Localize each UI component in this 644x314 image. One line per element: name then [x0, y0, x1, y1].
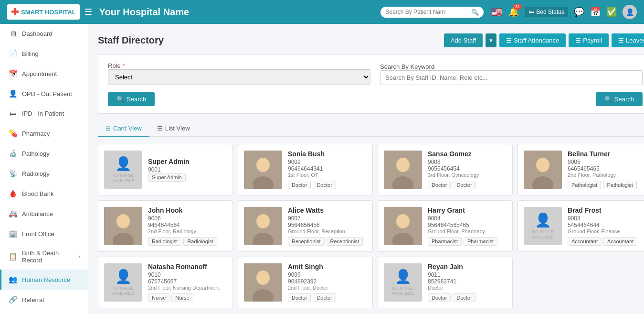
- no-image-text: NO IMAGEAVAILABLE: [112, 286, 134, 296]
- staff-card[interactable]: 👤 NO IMAGEAVAILABLE Reyan Jain9011852963…: [378, 257, 513, 308]
- sidebar-label-radiology: Radiology: [22, 170, 50, 177]
- whatsapp-icon[interactable]: 💬: [574, 7, 584, 17]
- staff-badges: Super Admin: [148, 173, 227, 182]
- staff-id: 9009: [288, 271, 367, 278]
- page-header: Staff Directory Add Staff ▾ ☰ Staff Atte…: [98, 33, 644, 47]
- payroll-button[interactable]: ☰ Payroll: [569, 33, 609, 47]
- global-search-input[interactable]: [385, 9, 471, 15]
- staff-floor: 2nd Floor, Radiology: [148, 228, 227, 234]
- staff-card[interactable]: Alice Watts90079564656456Ground Floor, R…: [238, 200, 373, 252]
- bed-status-button[interactable]: 🛏 Bed Status: [525, 7, 568, 17]
- logo[interactable]: ✚ SMART HOSPITAL: [7, 4, 80, 20]
- sidebar-item-appointment[interactable]: 📅 Appointment: [0, 64, 88, 84]
- person-placeholder-icon: 👤: [535, 212, 551, 228]
- staff-floor: 2nd Floor, Doctor: [288, 285, 367, 291]
- staff-photo: [244, 207, 282, 245]
- sidebar-item-pathology[interactable]: 🔬 Pathology: [0, 143, 88, 163]
- role-select[interactable]: Select: [108, 69, 370, 85]
- sidebar-item-human-resource[interactable]: 👥 Human Resource: [0, 270, 88, 290]
- staff-card[interactable]: Harry Grant90049564644565465Ground Floor…: [378, 200, 513, 252]
- no-image-placeholder: 👤 NO IMAGEAVAILABLE: [104, 151, 142, 189]
- sidebar-label-pharmacy: Pharmacy: [22, 130, 50, 137]
- staff-badges: DoctorDoctor: [288, 293, 367, 302]
- radiology-icon: 📡: [9, 169, 17, 178]
- staff-name: John Hook: [148, 206, 227, 214]
- sidebar: 🖥 Dashboard 📄 Billing 📅 Appointment 👤 OP…: [0, 24, 88, 314]
- search-right-button[interactable]: 🔍 Search: [596, 92, 643, 106]
- no-image-text: NO IMAGEAVAILABLE: [391, 286, 414, 296]
- staff-card[interactable]: Sonia Bush9002964646443411st Floor, OTDo…: [238, 144, 373, 195]
- global-search-icon[interactable]: 🔍: [471, 9, 479, 16]
- svg-point-19: [256, 271, 270, 285]
- staff-badges: NurseNurse: [148, 293, 227, 302]
- page-title: Staff Directory: [98, 35, 164, 46]
- tab-list-view[interactable]: ☰ List View: [149, 121, 198, 137]
- sidebar-item-dashboard[interactable]: 🖥 Dashboard: [0, 24, 88, 43]
- language-flag-icon[interactable]: 🇺🇸: [491, 6, 503, 18]
- staff-id: 9005: [568, 159, 644, 165]
- staff-id: 9010: [148, 271, 227, 278]
- staff-phone: 904892392: [288, 278, 367, 285]
- add-staff-dropdown-button[interactable]: ▾: [486, 33, 496, 47]
- nav-icons-group: 🇺🇸 🔔 31 🛏 Bed Status 💬 📅 ✅ 👤: [491, 5, 637, 19]
- keyword-input[interactable]: [380, 70, 643, 85]
- staff-id: 9011: [428, 271, 507, 278]
- staff-card[interactable]: Amit Singh90099048923922nd Floor, Doctor…: [238, 257, 373, 308]
- staff-card[interactable]: 👤 NO IMAGEAVAILABLE Super Admin9001Super…: [98, 144, 233, 195]
- user-avatar[interactable]: 👤: [623, 5, 637, 19]
- notification-bell-icon[interactable]: 🔔 31: [508, 7, 519, 17]
- menu-toggle-icon[interactable]: ☰: [84, 7, 92, 17]
- tasks-icon[interactable]: ✅: [606, 7, 617, 17]
- search-right-icon: 🔍: [604, 96, 612, 103]
- role-badge: Doctor: [453, 181, 475, 189]
- view-tabs: ⊞ Card View ☰ List View: [98, 121, 644, 137]
- human-resource-icon: 👥: [9, 275, 17, 284]
- role-badge: Radiologist: [183, 237, 217, 246]
- sidebar-item-radiology[interactable]: 📡 Radiology: [0, 163, 88, 184]
- sidebar-item-blood-bank[interactable]: 🩸 Blood Bank: [0, 184, 88, 204]
- calendar-icon[interactable]: 📅: [590, 7, 601, 17]
- staff-info: Natasha Romanoff90106767456672nd Floor, …: [148, 263, 227, 302]
- staff-badges: AccountantAccountant: [568, 237, 644, 246]
- tab-card-view[interactable]: ⊞ Card View: [98, 121, 149, 137]
- list-icon: ☰: [506, 37, 512, 44]
- sidebar-item-pharmacy[interactable]: 💊 Pharmacy: [0, 123, 88, 143]
- staff-card[interactable]: 👤 NO IMAGEAVAILABLE Brad Frost9003545446…: [517, 200, 644, 252]
- staff-photo: [384, 207, 422, 245]
- staff-floor: Doctor: [428, 285, 507, 291]
- pathology-icon: 🔬: [9, 149, 17, 158]
- staff-phone: 676745667: [148, 278, 227, 285]
- staff-name: Belina Turner: [568, 150, 644, 158]
- sidebar-item-opd[interactable]: 👤 OPD - Out Patient: [0, 84, 88, 104]
- leaves-button[interactable]: ☰ Leaves: [612, 33, 644, 47]
- bed-status-icon: 🛏: [528, 9, 534, 15]
- role-badge: Receptionist: [327, 237, 363, 246]
- main-content: Staff Directory Add Staff ▾ ☰ Staff Atte…: [88, 24, 644, 314]
- pharmacy-icon: 💊: [9, 129, 17, 138]
- sidebar-item-ambulance[interactable]: 🚑 Ambulance: [0, 204, 88, 224]
- search-left-button[interactable]: 🔍 Search: [108, 92, 155, 106]
- staff-info: Sonia Bush9002964646443411st Floor, OTDo…: [288, 150, 367, 189]
- sidebar-item-birth-death[interactable]: 📋 Birth & Death Record ›: [0, 244, 88, 270]
- sidebar-label-billing: Billing: [22, 50, 39, 57]
- staff-card[interactable]: John Hook900694646445642nd Floor, Radiol…: [98, 200, 233, 252]
- search-left-icon: 🔍: [116, 96, 124, 103]
- staff-attendance-button[interactable]: ☰ Staff Attendance: [499, 33, 566, 47]
- sidebar-item-billing[interactable]: 📄 Billing: [0, 43, 88, 64]
- svg-point-13: [256, 214, 270, 228]
- sidebar-item-front-office[interactable]: 🏢 Front Office: [0, 224, 88, 244]
- role-badge: Nurse: [171, 293, 193, 302]
- staff-name: Alice Watts: [288, 206, 367, 214]
- sidebar-item-referral[interactable]: 🔗 Referral: [0, 290, 88, 310]
- staff-card[interactable]: Sansa Gomez900896564564543rd Floor, Gyne…: [378, 144, 513, 195]
- sidebar-label-dashboard: Dashboard: [22, 30, 53, 37]
- staff-phone: 9656456454: [428, 165, 507, 172]
- staff-card[interactable]: Belina Turner900564654654652nd Floor, Pa…: [517, 144, 644, 195]
- role-badge: Receptionist: [288, 237, 325, 246]
- sidebar-item-ipd[interactable]: 🛏 IPD - In Patient: [0, 104, 88, 123]
- staff-floor: Ground Floor, Finance: [568, 228, 644, 234]
- staff-card[interactable]: 👤 NO IMAGEAVAILABLE Natasha Romanoff9010…: [98, 257, 233, 308]
- sidebar-item-tpa-management[interactable]: 🏦 TPA Management: [0, 310, 88, 314]
- staff-floor: Ground Floor, Reception: [288, 228, 367, 234]
- add-staff-button[interactable]: Add Staff: [444, 33, 483, 47]
